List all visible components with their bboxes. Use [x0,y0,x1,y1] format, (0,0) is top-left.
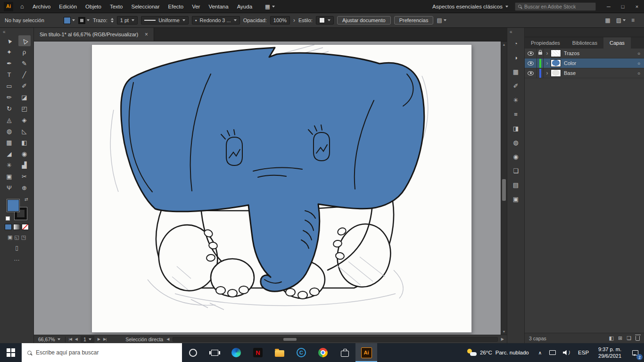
weather-widget[interactable]: 26°C Parc. nublado [462,349,535,356]
mesh-tool[interactable]: ▦ [3,137,16,148]
pen-tool[interactable]: ✒ [3,58,16,69]
asset-export-panel-icon[interactable]: ▣ [510,193,522,205]
edit-toolbar-icon[interactable]: … [14,255,20,262]
stepper-up-icon[interactable] [111,18,114,20]
scale-tool[interactable]: ◰ [18,103,31,114]
task-view-button[interactable] [204,343,225,362]
layer-target-circle[interactable]: ○ [637,51,640,56]
new-layer-icon[interactable]: ❏ [627,335,631,341]
canvas[interactable]: ▲ ▼ [34,41,507,335]
scroll-up-icon[interactable]: ▲ [501,41,507,48]
layer-color-bar[interactable] [537,58,544,68]
horizontal-scrollbar[interactable] [173,337,497,342]
notification-center-icon[interactable]: 2 [626,343,644,362]
opacity-options-chevron[interactable]: › [293,17,295,24]
delete-layer-icon[interactable] [636,336,640,341]
layer-row-base[interactable]: ›Base○ [525,68,644,78]
perspective-grid-tool[interactable]: ◺ [18,126,31,137]
selection-tool[interactable]: ▲ [3,35,16,46]
layer-visibility-toggle[interactable] [525,58,537,68]
gradient-panel-icon[interactable]: ◨ [510,122,522,134]
cortana-button[interactable] [182,343,204,362]
document-setup-icon[interactable]: ▤ [437,17,446,24]
menu-objeto[interactable]: Objeto [81,0,106,13]
screen-mode-button[interactable]: ▯ [15,245,18,251]
menu-archivo[interactable]: Archivo [28,0,55,13]
shape-builder-tool[interactable]: ◍ [3,126,16,137]
panel-menu-icon[interactable]: ≡ [631,17,635,24]
layer-visibility-toggle[interactable] [525,49,537,58]
layer-thumbnail[interactable] [551,49,561,57]
toolbar-collapse-icon[interactable]: « [0,28,33,35]
scroll-left-icon[interactable]: ◀ [166,337,169,341]
menu-edicion[interactable]: Edición [55,0,81,13]
drawing-mode-2-button[interactable]: ◱ [14,234,19,240]
graphic-styles-panel-icon[interactable]: ❏ [510,165,522,177]
swatches-panel-icon[interactable]: ▦ [510,66,522,78]
stroke-panel-icon[interactable]: ≡ [510,108,522,120]
menu-ventana[interactable]: Ventana [204,0,232,13]
layer-expand-chevron[interactable]: › [544,60,551,66]
menu-ver[interactable]: Ver [188,0,204,13]
appearance-panel-icon[interactable]: ◉ [510,150,522,163]
transparency-panel-icon[interactable]: ◍ [510,136,522,148]
layer-lock-icon[interactable] [537,49,544,58]
gradient-button[interactable] [13,224,20,230]
file-explorer-app[interactable] [269,343,290,362]
settings-grid-icon[interactable]: ▦ [605,17,610,24]
volume-tray-icon[interactable]: ) [560,350,573,355]
maximize-button[interactable]: □ [616,0,630,13]
layer-thumbnail[interactable] [551,69,561,77]
scroll-down-icon[interactable]: ▼ [501,329,507,335]
none-button[interactable] [22,224,29,230]
layer-row-color[interactable]: ›Color○ [525,58,644,68]
panel-tab-propiedades[interactable]: Propiedades [525,37,566,49]
width-profile-select[interactable]: Uniforme [141,16,189,25]
vertical-scrollbar-thumb[interactable] [502,179,506,201]
layer-thumbnail[interactable] [551,59,561,67]
graphic-style-select[interactable] [316,16,334,25]
symbol-sprayer-tool[interactable]: ✳ [3,160,16,171]
menu-efecto[interactable]: Efecto [164,0,188,13]
adobe-stock-search-input[interactable]: Buscar en Adobe Stock [515,2,596,11]
microsoft-store-app[interactable] [334,343,355,362]
links-panel-icon[interactable]: ▤ [510,179,522,191]
document-tab[interactable]: Sin título-1* al 66,67% (RGB/Previsualiz… [34,28,154,41]
layer-target-circle[interactable]: ○ [637,71,640,76]
menu-ayuda[interactable]: Ayuda [233,0,256,13]
rectangle-tool[interactable]: ▭ [3,81,16,91]
brushes-panel-icon[interactable]: ✐ [510,80,522,92]
clock[interactable]: 9:37 p. m. 29/6/2021 [594,346,626,360]
fill-color-indicator[interactable] [7,199,19,212]
tab-close-icon[interactable]: × [145,31,148,38]
menu-seleccionar[interactable]: Seleccionar [127,0,164,13]
color-button[interactable] [5,224,12,230]
paintbrush-tool[interactable]: ✐ [18,81,31,91]
taskbar-search-input[interactable]: Escribe aquí para buscar [22,343,182,362]
layer-expand-chevron[interactable]: › [544,70,551,76]
symbols-panel-icon[interactable]: ✳ [510,94,522,106]
direct-selection-tool[interactable]: △ [18,35,31,46]
swap-fill-stroke-icon[interactable]: ⇄ [25,197,28,202]
stroke-weight-select[interactable]: 1 pt [117,16,138,25]
eyedropper-tool[interactable]: ◢ [3,148,16,159]
blend-tool[interactable]: ◉ [18,148,31,159]
stroke-weight-stepper[interactable] [111,18,114,23]
stroke-color-dropdown[interactable] [78,17,90,24]
layer-expand-chevron[interactable]: › [544,50,551,57]
layer-visibility-toggle[interactable] [525,68,537,78]
layer-color-bar[interactable] [537,68,544,78]
previous-artboard-button[interactable]: ◀ [75,337,77,341]
artboard-tool[interactable]: ▣ [3,171,16,182]
magic-wand-tool[interactable]: ✦ [3,47,16,58]
home-icon[interactable]: ⌂ [16,3,28,10]
line-segment-tool[interactable]: ╱ [18,69,31,80]
c-circle-app[interactable]: C [290,343,312,362]
workspace-layout-icon[interactable]: ▧ [616,17,626,24]
panel-tab-bibliotecas[interactable]: Bibliotecas [566,37,603,49]
lasso-tool[interactable]: ρ [18,47,31,58]
menu-texto[interactable]: Texto [106,0,127,13]
vertical-scrollbar[interactable]: ▲ ▼ [501,41,507,335]
illustrator-app[interactable]: Ai [355,343,377,362]
drawing-mode-3-button[interactable]: ◳ [21,234,26,240]
